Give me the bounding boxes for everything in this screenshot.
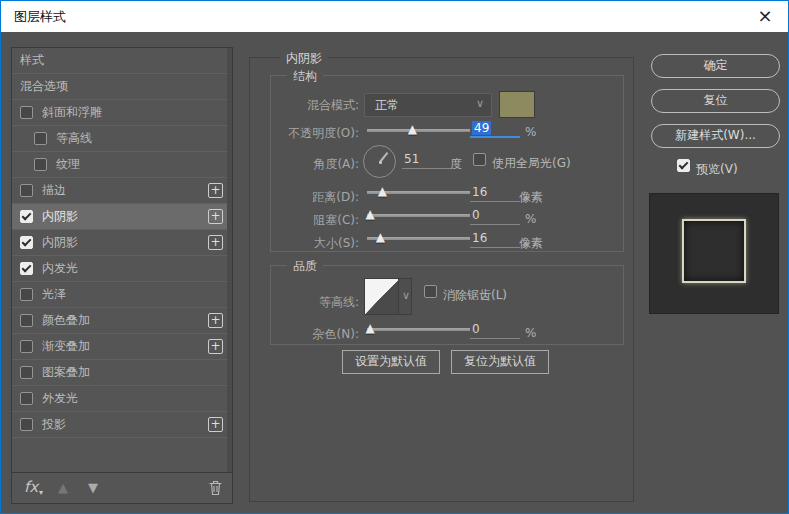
distance-slider[interactable]: ▲ [367, 187, 470, 201]
style-enable-checkbox[interactable] [20, 184, 33, 197]
add-effect-icon[interactable]: + [208, 313, 223, 328]
style-item-label: 等高线 [56, 130, 92, 147]
add-effect-icon[interactable]: + [208, 235, 223, 250]
make-default-button[interactable]: 设置为默认值 [342, 350, 440, 374]
style-list-item[interactable]: 光泽 [12, 282, 227, 308]
preview-effect-square [682, 219, 746, 283]
shadow-color-swatch[interactable] [499, 91, 535, 118]
slider-track[interactable] [367, 328, 470, 331]
title-bar[interactable]: 图层样式 × [1, 1, 788, 32]
blend-mode-select[interactable]: 正常 ∨ [364, 93, 492, 117]
style-enable-checkbox[interactable] [20, 366, 33, 379]
antialias-checkbox[interactable] [424, 285, 437, 298]
style-list-item[interactable]: 投影+ [12, 412, 227, 438]
chevron-down-icon: ∨ [476, 97, 484, 110]
global-light-label: 使用全局光(G) [492, 155, 571, 172]
angle-input[interactable]: 51 [402, 151, 452, 169]
opacity-label: 不透明度(O): [250, 125, 359, 142]
style-enable-checkbox[interactable] [34, 132, 47, 145]
style-enable-checkbox[interactable] [20, 236, 33, 249]
slider-thumb-icon[interactable]: ▲ [365, 321, 374, 335]
move-down-icon[interactable]: ▼ [88, 480, 98, 495]
contour-label: 等高线: [250, 294, 359, 311]
move-up-icon[interactable]: ▲ [58, 480, 68, 495]
slider-track[interactable] [367, 214, 470, 217]
style-list-item[interactable]: 内阴影+ [12, 230, 227, 256]
quality-legend: 品质 [287, 258, 323, 275]
size-unit: 像素 [519, 235, 543, 252]
new-style-button[interactable]: 新建样式(W)... [651, 124, 780, 148]
style-enable-checkbox[interactable] [20, 392, 33, 405]
add-effect-icon[interactable]: + [208, 417, 223, 432]
global-light-checkbox[interactable] [473, 153, 486, 166]
contour-picker[interactable]: ∨ [364, 278, 412, 315]
opacity-slider[interactable]: ▲ [367, 125, 470, 139]
style-item-label: 样式 [20, 52, 44, 69]
blend-mode-label: 混合模式: [250, 97, 359, 114]
reset-button[interactable]: 复位 [651, 89, 780, 113]
noise-slider[interactable]: ▲ [367, 324, 470, 338]
style-item-label: 斜面和浮雕 [42, 104, 102, 121]
style-enable-checkbox[interactable] [20, 262, 33, 275]
style-item-label: 光泽 [42, 286, 66, 303]
size-input[interactable]: 16 [470, 230, 520, 248]
close-icon[interactable]: × [742, 1, 788, 32]
add-effect-icon[interactable]: + [208, 339, 223, 354]
opacity-input[interactable]: 49 [470, 120, 520, 138]
contour-dropdown-button[interactable]: ∨ [398, 279, 411, 314]
style-item-label: 纹理 [56, 156, 80, 173]
reset-default-button[interactable]: 复位为默认值 [451, 350, 549, 374]
distance-label: 距离(D): [250, 189, 359, 206]
fx-icon[interactable]: fx [24, 478, 38, 496]
delete-style-icon[interactable] [208, 480, 223, 500]
style-list-item[interactable]: 纹理 [12, 152, 227, 178]
style-list-item[interactable]: 等高线 [12, 126, 227, 152]
style-enable-checkbox[interactable] [20, 106, 33, 119]
style-list-item[interactable]: 样式 [12, 48, 227, 74]
style-item-label: 混合选项 [20, 78, 68, 95]
add-effect-icon[interactable]: + [208, 209, 223, 224]
distance-input[interactable]: 16 [470, 184, 520, 202]
size-slider[interactable]: ▲ [367, 233, 470, 247]
chevron-down-icon: ∨ [402, 289, 410, 302]
add-effect-icon[interactable]: + [208, 183, 223, 198]
inner-shadow-panel: 内阴影 结构 混合模式: 正常 ∨ 不透明度(O): ▲ 49 % 角度(A):… [249, 57, 634, 502]
style-enable-checkbox[interactable] [20, 418, 33, 431]
opacity-unit: % [525, 125, 536, 139]
style-list-item[interactable]: 内阴影+ [12, 204, 227, 230]
style-list-item[interactable]: 外发光 [12, 386, 227, 412]
ok-button[interactable]: 确定 [651, 54, 780, 78]
slider-thumb-icon[interactable]: ▲ [378, 184, 387, 198]
style-enable-checkbox[interactable] [20, 210, 33, 223]
choke-slider[interactable]: ▲ [367, 210, 470, 224]
choke-input[interactable]: 0 [470, 207, 520, 225]
style-enable-checkbox[interactable] [20, 314, 33, 327]
angle-dial[interactable] [363, 145, 396, 178]
slider-thumb-icon[interactable]: ▲ [376, 230, 385, 244]
style-list-item[interactable]: 渐变叠加+ [12, 334, 227, 360]
style-enable-checkbox[interactable] [20, 340, 33, 353]
blend-mode-value: 正常 [375, 94, 491, 116]
style-enable-checkbox[interactable] [34, 158, 47, 171]
style-list-item[interactable]: 描边+ [12, 178, 227, 204]
style-item-label: 内阴影 [42, 234, 78, 251]
slider-thumb-icon[interactable]: ▲ [408, 122, 417, 136]
style-item-label: 投影 [42, 416, 66, 433]
style-item-label: 渐变叠加 [42, 338, 90, 355]
style-list: 样式混合选项斜面和浮雕等高线纹理描边+内阴影+内阴影+内发光光泽颜色叠加+渐变叠… [12, 48, 227, 472]
style-list-item[interactable]: 斜面和浮雕 [12, 100, 227, 126]
style-list-item[interactable]: 混合选项 [12, 74, 227, 100]
slider-track[interactable] [367, 129, 470, 132]
style-list-item[interactable]: 图案叠加 [12, 360, 227, 386]
panel-title: 内阴影 [280, 50, 328, 67]
scrollbar-track[interactable] [227, 48, 232, 472]
slider-thumb-icon[interactable]: ▲ [365, 207, 374, 221]
style-enable-checkbox[interactable] [20, 288, 33, 301]
choke-label: 阻塞(C): [250, 212, 359, 229]
preview-checkbox[interactable] [677, 159, 690, 172]
style-list-item[interactable]: 颜色叠加+ [12, 308, 227, 334]
style-list-item[interactable]: 内发光 [12, 256, 227, 282]
contour-thumbnail[interactable] [365, 279, 399, 314]
style-item-label: 描边 [42, 182, 66, 199]
noise-input[interactable]: 0 [470, 321, 520, 339]
